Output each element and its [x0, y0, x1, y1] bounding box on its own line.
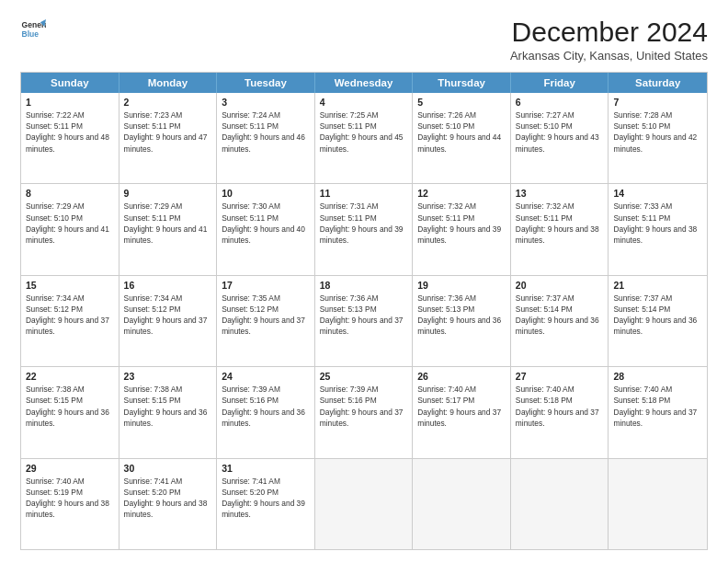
cell-info: Sunrise: 7:27 AM Sunset: 5:10 PM Dayligh… — [516, 109, 604, 155]
header-day-wednesday: Wednesday — [315, 73, 414, 93]
day-number: 25 — [320, 371, 408, 382]
calendar-header: SundayMondayTuesdayWednesdayThursdayFrid… — [21, 73, 707, 93]
day-number: 16 — [124, 280, 212, 291]
calendar-cell: 28Sunrise: 7:40 AM Sunset: 5:18 PM Dayli… — [609, 367, 707, 457]
day-number: 3 — [222, 97, 310, 108]
cell-info: Sunrise: 7:22 AM Sunset: 5:11 PM Dayligh… — [26, 109, 114, 155]
cell-info: Sunrise: 7:36 AM Sunset: 5:13 PM Dayligh… — [320, 293, 408, 338]
day-number: 17 — [222, 280, 310, 291]
cell-info: Sunrise: 7:34 AM Sunset: 5:12 PM Dayligh… — [124, 293, 212, 338]
cell-info: Sunrise: 7:34 AM Sunset: 5:12 PM Dayligh… — [26, 293, 114, 338]
calendar-cell: 9Sunrise: 7:29 AM Sunset: 5:11 PM Daylig… — [119, 184, 218, 274]
cell-info: Sunrise: 7:40 AM Sunset: 5:18 PM Dayligh… — [613, 384, 702, 429]
cell-info: Sunrise: 7:35 AM Sunset: 5:12 PM Dayligh… — [222, 293, 310, 338]
calendar-cell — [609, 459, 707, 549]
calendar-cell: 27Sunrise: 7:40 AM Sunset: 5:18 PM Dayli… — [511, 367, 609, 457]
day-number: 11 — [320, 188, 408, 199]
calendar-cell: 13Sunrise: 7:32 AM Sunset: 5:11 PM Dayli… — [511, 184, 609, 274]
cell-info: Sunrise: 7:40 AM Sunset: 5:18 PM Dayligh… — [516, 384, 604, 429]
day-number: 1 — [26, 97, 114, 108]
cell-info: Sunrise: 7:41 AM Sunset: 5:20 PM Dayligh… — [124, 476, 212, 521]
logo-icon: General Blue — [20, 17, 46, 42]
calendar-cell: 31Sunrise: 7:41 AM Sunset: 5:20 PM Dayli… — [217, 459, 315, 549]
cell-info: Sunrise: 7:33 AM Sunset: 5:11 PM Dayligh… — [613, 201, 702, 246]
header-row: General Blue December 2024 Arkansas City… — [20, 17, 708, 63]
day-number: 13 — [516, 188, 604, 199]
header-day-friday: Friday — [511, 73, 609, 93]
day-number: 8 — [26, 188, 114, 199]
calendar-cell: 22Sunrise: 7:38 AM Sunset: 5:15 PM Dayli… — [21, 367, 119, 457]
calendar-week-4: 22Sunrise: 7:38 AM Sunset: 5:15 PM Dayli… — [21, 366, 707, 457]
day-number: 30 — [124, 463, 212, 474]
calendar-week-1: 1Sunrise: 7:22 AM Sunset: 5:11 PM Daylig… — [21, 93, 707, 183]
cell-info: Sunrise: 7:25 AM Sunset: 5:11 PM Dayligh… — [320, 109, 408, 155]
cell-info: Sunrise: 7:39 AM Sunset: 5:16 PM Dayligh… — [222, 384, 310, 429]
calendar-cell: 4Sunrise: 7:25 AM Sunset: 5:11 PM Daylig… — [315, 93, 414, 183]
calendar-cell — [413, 459, 511, 549]
cell-info: Sunrise: 7:36 AM Sunset: 5:13 PM Dayligh… — [417, 293, 506, 338]
calendar-cell: 8Sunrise: 7:29 AM Sunset: 5:10 PM Daylig… — [21, 184, 119, 274]
cell-info: Sunrise: 7:37 AM Sunset: 5:14 PM Dayligh… — [613, 293, 702, 338]
day-number: 27 — [516, 371, 604, 382]
calendar-cell: 30Sunrise: 7:41 AM Sunset: 5:20 PM Dayli… — [119, 459, 218, 549]
main-title: December 2024 — [510, 17, 708, 47]
cell-info: Sunrise: 7:32 AM Sunset: 5:11 PM Dayligh… — [516, 201, 604, 246]
calendar-cell: 23Sunrise: 7:38 AM Sunset: 5:15 PM Dayli… — [119, 367, 218, 457]
header-day-monday: Monday — [119, 73, 218, 93]
calendar-cell: 16Sunrise: 7:34 AM Sunset: 5:12 PM Dayli… — [119, 276, 218, 366]
cell-info: Sunrise: 7:30 AM Sunset: 5:11 PM Dayligh… — [222, 201, 310, 246]
header-day-tuesday: Tuesday — [217, 73, 315, 93]
cell-info: Sunrise: 7:41 AM Sunset: 5:20 PM Dayligh… — [222, 476, 310, 521]
cell-info: Sunrise: 7:28 AM Sunset: 5:10 PM Dayligh… — [613, 109, 702, 155]
day-number: 31 — [222, 463, 310, 474]
cell-info: Sunrise: 7:40 AM Sunset: 5:17 PM Dayligh… — [417, 384, 506, 429]
calendar-week-3: 15Sunrise: 7:34 AM Sunset: 5:12 PM Dayli… — [21, 275, 707, 366]
calendar-cell: 25Sunrise: 7:39 AM Sunset: 5:16 PM Dayli… — [315, 367, 414, 457]
day-number: 9 — [124, 188, 212, 199]
calendar-cell: 26Sunrise: 7:40 AM Sunset: 5:17 PM Dayli… — [413, 367, 511, 457]
calendar-cell: 12Sunrise: 7:32 AM Sunset: 5:11 PM Dayli… — [413, 184, 511, 274]
calendar-cell: 1Sunrise: 7:22 AM Sunset: 5:11 PM Daylig… — [21, 93, 119, 183]
cell-info: Sunrise: 7:38 AM Sunset: 5:15 PM Dayligh… — [124, 384, 212, 429]
day-number: 23 — [124, 371, 212, 382]
cell-info: Sunrise: 7:39 AM Sunset: 5:16 PM Dayligh… — [320, 384, 408, 429]
calendar-week-2: 8Sunrise: 7:29 AM Sunset: 5:10 PM Daylig… — [21, 183, 707, 274]
day-number: 26 — [417, 371, 506, 382]
day-number: 28 — [613, 371, 702, 382]
header-day-sunday: Sunday — [21, 73, 119, 93]
calendar-cell: 15Sunrise: 7:34 AM Sunset: 5:12 PM Dayli… — [21, 276, 119, 366]
cell-info: Sunrise: 7:32 AM Sunset: 5:11 PM Dayligh… — [417, 201, 506, 246]
cell-info: Sunrise: 7:29 AM Sunset: 5:11 PM Dayligh… — [124, 201, 212, 246]
day-number: 21 — [613, 280, 702, 291]
day-number: 22 — [26, 371, 114, 382]
header-day-thursday: Thursday — [413, 73, 511, 93]
calendar-cell: 6Sunrise: 7:27 AM Sunset: 5:10 PM Daylig… — [511, 93, 609, 183]
day-number: 14 — [613, 188, 702, 199]
calendar-cell: 24Sunrise: 7:39 AM Sunset: 5:16 PM Dayli… — [217, 367, 315, 457]
cell-info: Sunrise: 7:38 AM Sunset: 5:15 PM Dayligh… — [26, 384, 114, 429]
cell-info: Sunrise: 7:24 AM Sunset: 5:11 PM Dayligh… — [222, 109, 310, 155]
day-number: 18 — [320, 280, 408, 291]
calendar-cell: 2Sunrise: 7:23 AM Sunset: 5:11 PM Daylig… — [119, 93, 218, 183]
calendar-cell: 10Sunrise: 7:30 AM Sunset: 5:11 PM Dayli… — [217, 184, 315, 274]
calendar-cell: 17Sunrise: 7:35 AM Sunset: 5:12 PM Dayli… — [217, 276, 315, 366]
calendar-cell: 19Sunrise: 7:36 AM Sunset: 5:13 PM Dayli… — [413, 276, 511, 366]
day-number: 12 — [417, 188, 506, 199]
calendar-cell: 7Sunrise: 7:28 AM Sunset: 5:10 PM Daylig… — [609, 93, 707, 183]
calendar-cell: 14Sunrise: 7:33 AM Sunset: 5:11 PM Dayli… — [609, 184, 707, 274]
day-number: 19 — [417, 280, 506, 291]
calendar-cell: 5Sunrise: 7:26 AM Sunset: 5:10 PM Daylig… — [413, 93, 511, 183]
cell-info: Sunrise: 7:23 AM Sunset: 5:11 PM Dayligh… — [124, 109, 212, 155]
day-number: 10 — [222, 188, 310, 199]
calendar-body: 1Sunrise: 7:22 AM Sunset: 5:11 PM Daylig… — [21, 93, 707, 549]
calendar-cell — [315, 459, 414, 549]
calendar-cell: 20Sunrise: 7:37 AM Sunset: 5:14 PM Dayli… — [511, 276, 609, 366]
title-block: December 2024 Arkansas City, Kansas, Uni… — [510, 17, 708, 63]
calendar-cell: 21Sunrise: 7:37 AM Sunset: 5:14 PM Dayli… — [609, 276, 707, 366]
calendar-cell: 3Sunrise: 7:24 AM Sunset: 5:11 PM Daylig… — [217, 93, 315, 183]
cell-info: Sunrise: 7:29 AM Sunset: 5:10 PM Dayligh… — [26, 201, 114, 246]
day-number: 6 — [516, 97, 604, 108]
logo: General Blue — [20, 17, 46, 42]
day-number: 2 — [124, 97, 212, 108]
calendar-cell: 29Sunrise: 7:40 AM Sunset: 5:19 PM Dayli… — [21, 459, 119, 549]
